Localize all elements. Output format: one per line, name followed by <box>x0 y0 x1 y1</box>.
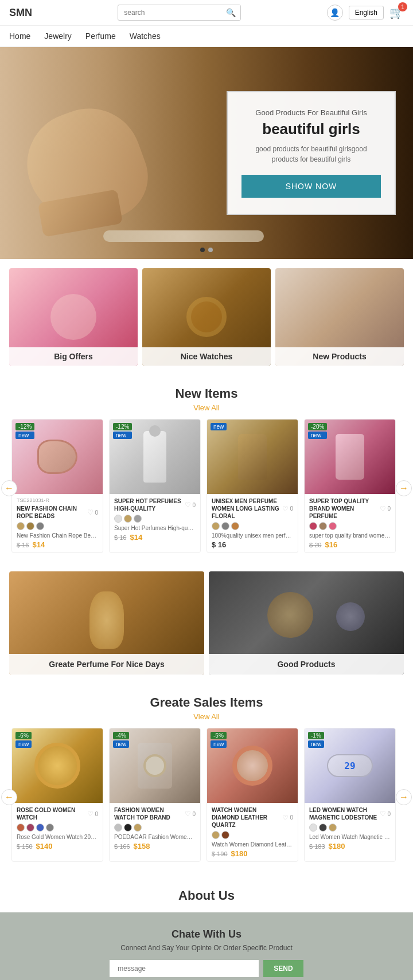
search-button[interactable]: 🔍 <box>221 5 240 20</box>
chat-message-input[interactable] <box>110 960 259 977</box>
price-new-4: $16 <box>325 540 337 549</box>
wishlist-icon-3[interactable]: ♡ <box>282 505 289 513</box>
sales-title-3: WATCH WOMEN DIAMOND LEATHER QUARTZ <box>212 806 282 829</box>
chat-send-button[interactable]: SEND <box>263 960 303 977</box>
hero-show-now-button[interactable]: show now <box>241 175 381 198</box>
promo-label-perfume: Greate Perfume For Nice Days <box>9 654 204 675</box>
greate-sales-section: Greate Sales Items View All ← -6% new RO… <box>0 684 413 871</box>
price-new-2: $14 <box>130 533 142 542</box>
sales-card-watch2: -4% new FASHION WOMEN WATCH TOP BRAND ♡ … <box>109 728 201 862</box>
new-items-products-row: ← -12% new TSE221031-R NEW FASHION CHAIN… <box>0 414 413 562</box>
sales-wishlist-2[interactable]: ♡ <box>185 810 191 818</box>
sales-title-4: LED WOMEN WATCH MAGNETIC LODESTONE <box>309 806 380 821</box>
badge-discount-4: -20% <box>308 423 327 430</box>
badge-new-2: new <box>113 432 132 439</box>
category-card-big-offers[interactable]: Big Offers <box>9 268 138 366</box>
cart-icon[interactable]: 🛒 1 <box>389 6 404 19</box>
badge-new-3: new <box>211 423 227 430</box>
product-card-perfume1: -12% new SUPER HOT PERFUMES HIGH-QUALITY… <box>109 419 201 553</box>
category-card-nice-watches[interactable]: Nice Watches <box>142 268 271 366</box>
sales-badge-discount-4: -1% <box>308 732 324 739</box>
sales-card-watch1: -6% new ROSE GOLD WOMEN WATCH ♡ 0 <box>11 728 103 862</box>
hero-banner: Good Products For Beautiful Girls beauti… <box>0 47 413 259</box>
header: SMN 🔍 👤 English 🛒 1 <box>0 0 413 26</box>
wishlist-count-4: 0 <box>387 505 391 512</box>
product-title-1: NEW FASHION CHAIN ROPE BEADS <box>17 505 87 520</box>
dot-1[interactable] <box>200 248 205 252</box>
dot-2[interactable] <box>208 248 213 252</box>
sales-desc-1: Rose Gold Women Watch 2023 T... <box>17 834 98 840</box>
sales-card-watch4: 29 -1% new LED WOMEN WATCH MAGNETIC LODE… <box>304 728 396 862</box>
wishlist-count-2: 0 <box>192 502 196 508</box>
hero-subtitle: Good Products For Beautiful Girls <box>241 108 381 117</box>
hero-content-card: Good Products For Beautiful Girls beauti… <box>227 91 396 215</box>
category-section: Big Offers Nice Watches New Products <box>0 259 413 375</box>
nav-perfume[interactable]: Perfume <box>85 32 116 41</box>
greate-sales-view-all[interactable]: View All <box>9 712 404 721</box>
about-title: About Us <box>9 888 404 903</box>
sales-card-watch3: -5% new WATCH WOMEN DIAMOND LEATHER QUAR… <box>206 728 298 862</box>
product-card-perfume3: -20% new SUPER TOP QUALITY BRAND WOMEN P… <box>304 419 396 553</box>
badge-new-1: new <box>15 432 34 439</box>
prev-new-items-button[interactable]: ← <box>1 480 17 496</box>
greate-sales-heading: Greate Sales Items View All <box>0 684 413 723</box>
product-desc-4: super top quality brand women p... <box>309 532 391 539</box>
sales-wishlist-3[interactable]: ♡ <box>282 814 289 822</box>
promo-banners: Greate Perfume For Nice Days Good Produc… <box>0 562 413 684</box>
sales-title-1: ROSE GOLD WOMEN WATCH <box>17 806 87 821</box>
hero-description: good products for beautiful girlsgood pr… <box>241 144 381 164</box>
sales-price-old-4: $ 183 <box>309 843 325 850</box>
badge-discount-2: -12% <box>113 423 132 430</box>
sales-price-old-2: $ 166 <box>114 843 130 850</box>
wishlist-icon-4[interactable]: ♡ <box>380 505 386 513</box>
category-card-new-products[interactable]: New Products <box>275 268 404 366</box>
hero-dots <box>200 248 213 252</box>
sales-badge-new-3: new <box>211 740 227 748</box>
sales-wishlist-4[interactable]: ♡ <box>380 810 386 818</box>
wishlist-count-3: 0 <box>290 505 293 512</box>
product-title-4: SUPER TOP QUALITY BRAND WOMEN PERFUME <box>309 497 380 520</box>
sales-price-old-3: $ 190 <box>212 850 228 857</box>
logo[interactable]: SMN <box>9 7 32 19</box>
prev-sales-button[interactable]: ← <box>1 789 17 805</box>
new-items-view-all[interactable]: View All <box>9 403 404 412</box>
navigation: Home Jewelry Perfume Watches <box>0 26 413 47</box>
sales-price-new-2: $158 <box>134 842 150 850</box>
sales-price-new-1: $140 <box>36 842 53 850</box>
header-right: 👤 English 🛒 1 <box>327 5 404 21</box>
promo-card-perfume[interactable]: Greate Perfume For Nice Days <box>9 571 204 675</box>
price-new-3: $ 16 <box>212 540 226 549</box>
sales-badge-new-1: new <box>15 740 32 748</box>
search-input[interactable] <box>118 6 221 19</box>
hero-title: beautiful girls <box>241 120 381 138</box>
product-desc-3: 100%quality unisex men perfume ... <box>212 532 293 539</box>
product-id-1: TSE221031-R <box>17 497 98 503</box>
product-desc-2: Super Hot Perfumes High-quality... <box>114 525 196 531</box>
next-new-items-button[interactable]: → <box>396 480 412 496</box>
new-items-heading: New Items View All <box>0 375 413 414</box>
wishlist-icon-2[interactable]: ♡ <box>185 501 191 509</box>
sales-desc-2: POEDAGAR Fashion Women Wa... <box>114 834 196 840</box>
sales-badge-discount-2: -4% <box>113 732 129 739</box>
sales-title-2: FASHION WOMEN WATCH TOP BRAND <box>114 806 185 821</box>
next-sales-button[interactable]: → <box>396 789 412 805</box>
nav-home[interactable]: Home <box>9 32 30 41</box>
nav-jewelry[interactable]: Jewelry <box>44 32 71 41</box>
nav-watches[interactable]: Watches <box>130 32 161 41</box>
price-old-1: $ 16 <box>17 542 29 548</box>
new-items-section: New Items View All ← -12% new TSE221031-… <box>0 375 413 562</box>
product-title-2: SUPER HOT PERFUMES HIGH-QUALITY <box>114 497 185 512</box>
sales-wishlist-1[interactable]: ♡ <box>87 810 93 818</box>
sales-desc-3: Watch Women Diamond Leather ... <box>212 841 293 848</box>
search-bar: 🔍 <box>118 5 241 21</box>
about-section: About Us <box>0 871 413 912</box>
sales-price-old-1: $ 150 <box>17 843 33 850</box>
sales-price-new-4: $180 <box>329 842 345 850</box>
wishlist-icon-1[interactable]: ♡ <box>87 508 93 516</box>
wishlist-count-1: 0 <box>95 509 98 516</box>
sales-badge-new-4: new <box>308 740 324 748</box>
language-button[interactable]: English <box>349 6 384 19</box>
badge-new-4: new <box>308 432 327 439</box>
promo-card-good-products[interactable]: Good Products <box>209 571 404 675</box>
user-icon[interactable]: 👤 <box>327 5 343 21</box>
